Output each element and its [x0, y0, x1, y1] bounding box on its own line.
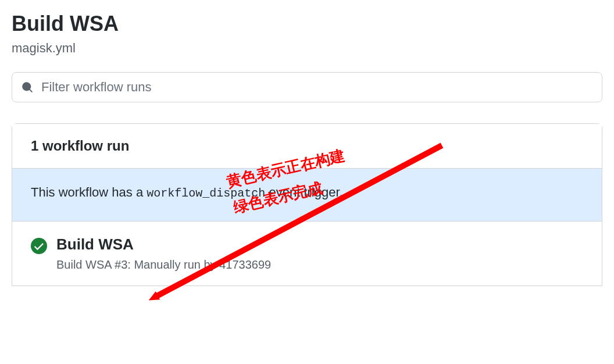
- run-content: Build WSA Build WSA #3: Manually run by …: [56, 235, 271, 272]
- search-input[interactable]: [41, 80, 592, 95]
- workflow-run-item[interactable]: Build WSA Build WSA #3: Manually run by …: [12, 222, 602, 286]
- workflow-runs-panel: 1 workflow run This workflow has a workf…: [12, 123, 602, 286]
- search-icon: [22, 81, 33, 93]
- dispatch-info-banner: This workflow has a workflow_dispatch ev…: [12, 169, 602, 222]
- run-meta: Build WSA #3: Manually run by 41733699: [56, 258, 271, 272]
- runs-count-header: 1 workflow run: [12, 124, 602, 169]
- banner-prefix: This workflow has a: [31, 185, 147, 199]
- success-check-icon: [31, 238, 47, 254]
- svg-point-0: [31, 238, 47, 254]
- page-title: Build WSA: [12, 12, 602, 36]
- workflow-filename: magisk.yml: [12, 41, 602, 56]
- run-title[interactable]: Build WSA: [56, 235, 271, 254]
- search-box[interactable]: [12, 72, 602, 102]
- banner-suffix: event trigger.: [265, 185, 342, 199]
- banner-code: workflow_dispatch: [147, 187, 265, 200]
